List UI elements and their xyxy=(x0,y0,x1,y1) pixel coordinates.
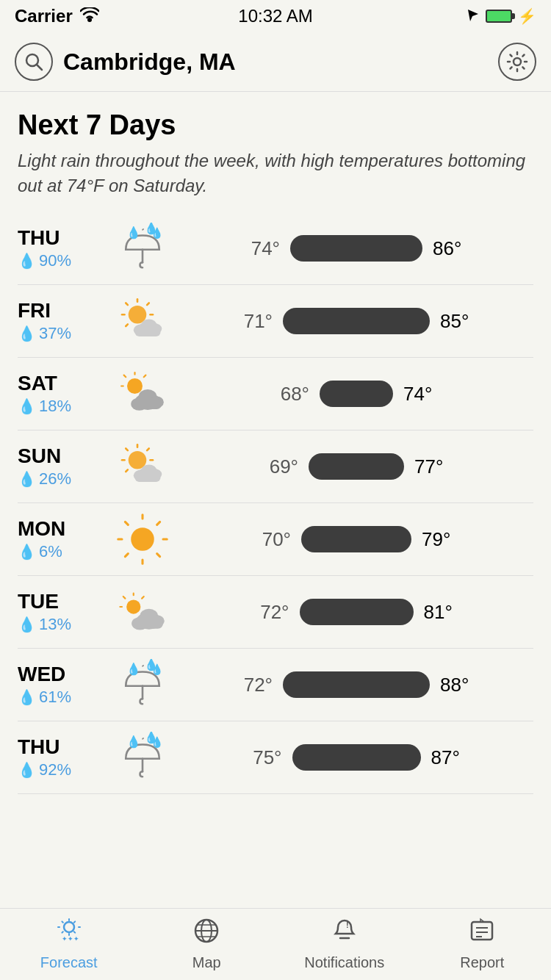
day-name-0: THU xyxy=(18,226,106,250)
status-time: 10:32 AM xyxy=(238,6,312,26)
day-name-7: THU xyxy=(18,735,106,759)
day-info-1: FRI 💧 37% xyxy=(18,299,106,343)
svg-text:💧: 💧 xyxy=(126,662,141,676)
svg-rect-30 xyxy=(132,399,162,409)
drop-icon-6: 💧 xyxy=(18,688,36,706)
temp-bar-2 xyxy=(320,381,393,407)
day-info-2: SAT 💧 18% xyxy=(18,372,106,416)
weather-icon-2 xyxy=(106,368,179,419)
temp-high-0: 86° xyxy=(433,237,461,260)
svg-line-51 xyxy=(157,522,160,525)
temp-low-5: 72° xyxy=(260,601,289,624)
svg-line-1 xyxy=(37,65,42,70)
temp-bar-area-0: 74° 86° xyxy=(179,235,533,262)
weather-icon-1 xyxy=(106,295,179,347)
precip-value-7: 92% xyxy=(39,760,71,779)
temp-low-7: 75° xyxy=(253,746,281,769)
drop-icon-1: 💧 xyxy=(18,325,36,342)
svg-line-52 xyxy=(125,554,128,557)
svg-line-12 xyxy=(126,303,128,306)
day-precip-7: 💧 92% xyxy=(18,760,106,779)
precip-value-1: 37% xyxy=(39,324,71,343)
svg-point-21 xyxy=(127,378,143,394)
svg-line-58 xyxy=(142,597,144,599)
tab-notifications-label: Notifications xyxy=(304,954,384,971)
day-precip-1: 💧 37% xyxy=(18,324,106,343)
day-row-5: TUE 💧 13% 72° 81° xyxy=(18,576,533,649)
temp-bar-1 xyxy=(283,308,430,334)
svg-line-50 xyxy=(125,522,128,525)
status-bar: Carrier 10:32 AM ⚡ xyxy=(0,0,551,32)
svg-line-57 xyxy=(123,597,126,599)
day-precip-5: 💧 13% xyxy=(18,615,106,634)
day-info-4: MON 💧 6% xyxy=(18,517,106,561)
search-button[interactable] xyxy=(15,43,53,81)
temp-bar-area-7: 75° 87° xyxy=(179,744,533,771)
day-name-3: SUN xyxy=(18,444,106,468)
temp-bar-6 xyxy=(283,671,430,698)
weather-icon-0: 💧 💧 💧 xyxy=(106,223,179,274)
temp-bar-area-3: 69° 77° xyxy=(179,453,533,480)
svg-line-38 xyxy=(126,470,128,472)
day-info-3: SUN 💧 26% xyxy=(18,444,106,489)
tab-forecast-label: Forecast xyxy=(40,954,98,971)
day-precip-2: 💧 18% xyxy=(18,397,106,416)
temp-high-3: 77° xyxy=(414,455,443,478)
day-precip-3: 💧 26% xyxy=(18,469,106,489)
weather-icon-6: 💧 💧 💧 xyxy=(106,659,179,710)
settings-button[interactable] xyxy=(498,43,536,81)
temp-low-6: 72° xyxy=(244,674,273,696)
day-row-6: WED 💧 61% 💧 💧 💧 72° 88° xyxy=(18,649,533,721)
temp-bar-area-4: 70° 79° xyxy=(179,526,533,552)
tab-forecast[interactable]: ✦✦✦ Forecast xyxy=(0,918,138,971)
svg-line-24 xyxy=(124,375,126,378)
temp-bar-7 xyxy=(292,744,421,771)
location-title: Cambridge, MA xyxy=(63,48,236,76)
lightning-icon: ⚡ xyxy=(518,7,536,25)
header-left: Cambridge, MA xyxy=(15,43,236,81)
temp-low-4: 70° xyxy=(262,528,291,551)
svg-point-45 xyxy=(131,527,154,551)
temp-high-1: 85° xyxy=(440,310,469,333)
drop-icon-4: 💧 xyxy=(18,543,36,561)
temp-low-3: 69° xyxy=(270,455,298,478)
svg-text:💧: 💧 xyxy=(151,227,164,239)
day-name-5: TUE xyxy=(18,590,106,613)
temp-low-2: 68° xyxy=(281,383,309,406)
day-row-3: SUN 💧 26% 69° xyxy=(18,430,533,503)
temp-bar-5 xyxy=(300,599,414,625)
drop-icon-2: 💧 xyxy=(18,397,36,415)
location-arrow-icon xyxy=(467,8,480,25)
weather-icon-3 xyxy=(106,441,179,492)
svg-text:!: ! xyxy=(346,920,349,929)
temp-bar-area-6: 72° 88° xyxy=(179,671,533,698)
weather-icon-5 xyxy=(106,586,179,638)
tab-map-label: Map xyxy=(192,954,221,971)
temp-bar-area-5: 72° 81° xyxy=(179,599,533,625)
precip-value-3: 26% xyxy=(39,469,71,489)
precip-value-0: 90% xyxy=(39,251,71,270)
tab-bar: ✦✦✦ Forecast Map ! Notifications xyxy=(0,908,551,980)
day-row-7: THU 💧 92% 💧 💧 💧 75° 87° xyxy=(18,721,533,794)
day-info-7: THU 💧 92% xyxy=(18,735,106,779)
svg-rect-63 xyxy=(132,619,163,629)
drop-icon-7: 💧 xyxy=(18,761,36,779)
temp-bar-area-2: 68° 74° xyxy=(179,381,533,407)
day-name-2: SAT xyxy=(18,372,106,395)
tab-map[interactable]: Map xyxy=(138,918,276,971)
tab-notifications[interactable]: ! Notifications xyxy=(276,918,414,971)
svg-text:✦✦✦: ✦✦✦ xyxy=(62,935,79,943)
svg-text:💧: 💧 xyxy=(151,736,164,749)
forecast-rows: THU 💧 90% 💧 💧 💧 74° 86° FRI xyxy=(18,212,533,794)
svg-text:💧: 💧 xyxy=(126,226,141,239)
temp-low-1: 71° xyxy=(244,310,273,333)
precip-value-2: 18% xyxy=(39,397,71,416)
temp-bar-4 xyxy=(301,526,411,552)
status-left: Carrier xyxy=(15,6,99,26)
forecast-icon: ✦✦✦ xyxy=(56,918,82,950)
temp-low-0: 74° xyxy=(251,237,280,260)
tab-report[interactable]: Report xyxy=(414,918,552,971)
section-subtitle: Light rain throughout the week, with hig… xyxy=(18,148,533,198)
temp-high-7: 87° xyxy=(431,746,460,769)
svg-line-36 xyxy=(126,449,128,451)
